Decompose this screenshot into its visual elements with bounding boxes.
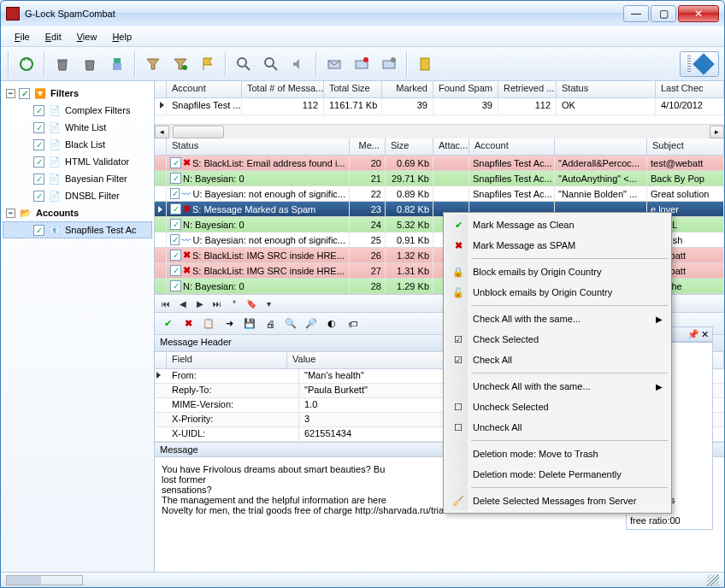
msg-tb-tag[interactable]: 🏷 [343, 315, 362, 333]
msg-tb-forward[interactable]: ➜ [220, 315, 239, 333]
message-row[interactable]: ✓N: Bayesian: 02129.71 KbSnapfiles Test … [155, 171, 724, 186]
col-last[interactable]: Last Chec [656, 81, 724, 97]
filter-checkbox[interactable]: ✓ [33, 122, 44, 133]
msg-tb-clean[interactable]: ✔ [158, 315, 177, 333]
col-msg-attach[interactable]: Attac... [433, 138, 469, 155]
menu-edit[interactable]: Edit [38, 30, 68, 44]
context-menu-item[interactable]: Deletion mode: Delete Permanently [445, 464, 669, 485]
sidebar-filters-header[interactable]: − ✓ 🔽 Filters [3, 85, 152, 102]
minimize-button[interactable]: — [623, 5, 649, 22]
tb-search2[interactable] [259, 52, 283, 76]
collapse-icon[interactable]: − [6, 89, 15, 98]
sidebar-filter-item[interactable]: ✓📄HTML Validator [3, 153, 152, 170]
context-menu-item[interactable]: 🔓Unblock emails by Origin Country [445, 282, 669, 303]
nav-prev[interactable]: ◀ [175, 297, 191, 310]
collapse-icon[interactable]: − [6, 209, 15, 218]
context-menu-item[interactable]: ☑Check All [445, 350, 669, 370]
tb-filter1[interactable] [141, 52, 165, 76]
menu-file[interactable]: File [8, 30, 37, 44]
pin-icon[interactable]: 📌 [687, 329, 699, 340]
col-msg-size[interactable]: Size [386, 138, 433, 155]
context-menu-item[interactable]: ☐Uncheck Selected [445, 397, 669, 417]
context-menu-item[interactable]: ✖Mark Message as SPAM [445, 235, 669, 256]
tb-filter2[interactable] [168, 52, 192, 76]
col-account[interactable]: Account [167, 81, 242, 97]
tb-mail2[interactable] [350, 52, 374, 76]
stats-close-icon[interactable]: ✕ [701, 329, 709, 340]
tb-book[interactable] [413, 52, 437, 76]
filter-checkbox[interactable]: ✓ [33, 156, 44, 168]
hdr-col-field[interactable]: Field [167, 352, 287, 368]
tb-sound[interactable] [286, 52, 310, 76]
menu-view[interactable]: View [70, 30, 104, 44]
col-size[interactable]: Total Size [324, 81, 382, 97]
row-checkbox[interactable]: ✓ [170, 203, 181, 215]
filter-checkbox[interactable]: ✓ [33, 139, 44, 150]
close-button[interactable]: ✕ [678, 5, 719, 22]
col-marked[interactable]: Marked [382, 81, 433, 97]
menu-help[interactable]: Help [105, 30, 139, 44]
message-row[interactable]: ✓✖S: BlackList: Email address found i...… [155, 156, 724, 171]
context-menu-item[interactable]: 🔒Block emails by Origin Country [445, 262, 669, 282]
nav-last[interactable]: ⏭ [209, 297, 225, 310]
msg-tb-save[interactable]: 💾 [240, 315, 259, 333]
tb-brush[interactable] [105, 52, 129, 76]
resize-grip-icon[interactable] [707, 574, 719, 586]
col-spam[interactable]: Found Spam [433, 81, 498, 97]
nav-filter[interactable]: ▾ [261, 297, 276, 310]
context-menu-item[interactable]: 🧹Delete Selected Messages from Server [445, 491, 669, 511]
tb-trash1[interactable] [50, 52, 74, 76]
sidebar-filter-item[interactable]: ✓📄Bayesian Filter [3, 170, 152, 187]
col-retrieved[interactable]: Retrieved ... [498, 81, 557, 97]
sidebar-account-item[interactable]: ✓📧Snapfiles Test Ac [3, 221, 152, 238]
nav-bookmark[interactable]: 🔖 [244, 297, 259, 310]
row-checkbox[interactable]: ✓ [170, 219, 181, 230]
context-menu-item[interactable]: ✔Mark Message as Clean [445, 215, 669, 235]
col-msg-me[interactable]: Me... [350, 138, 386, 155]
sidebar-filter-item[interactable]: ✓📄Complex Filters [3, 102, 152, 119]
filter-checkbox[interactable]: ✓ [33, 173, 44, 185]
accounts-hscroll[interactable]: ◂▸ [155, 124, 724, 138]
col-msg-status[interactable]: Status [167, 138, 350, 155]
context-menu-item[interactable]: ☐Uncheck All [445, 417, 669, 438]
msg-tb-add[interactable]: 📋 [199, 315, 218, 333]
sidebar-filter-item[interactable]: ✓📄Black List [3, 136, 152, 153]
col-msg-account[interactable]: Account [469, 138, 555, 155]
row-checkbox[interactable]: ✓ [170, 188, 180, 199]
msg-tb-view3[interactable]: ◐ [322, 315, 341, 333]
accounts-row[interactable]: Snapfiles Test ... 112 1161.71 Kb 39 39 … [155, 98, 724, 115]
tb-trash2[interactable] [78, 52, 102, 76]
msg-tb-view2[interactable]: 🔎 [302, 315, 321, 333]
filters-checkbox[interactable]: ✓ [19, 88, 30, 99]
account-checkbox[interactable]: ✓ [33, 225, 44, 236]
row-checkbox[interactable]: ✓ [170, 265, 181, 276]
msg-tb-print[interactable]: 🖨 [261, 315, 280, 333]
filter-checkbox[interactable]: ✓ [33, 191, 44, 202]
toolbar-logo-box[interactable] [680, 51, 719, 77]
col-msg-subject[interactable]: Subject [647, 138, 724, 155]
msg-tb-spam[interactable]: ✖ [179, 315, 197, 333]
tb-mail1[interactable] [322, 52, 346, 76]
nav-next[interactable]: ▶ [192, 297, 208, 310]
nav-first[interactable]: ⏮ [158, 297, 174, 310]
row-checkbox[interactable]: ✓ [170, 234, 180, 245]
row-checkbox[interactable]: ✓ [170, 157, 181, 168]
sidebar-accounts-header[interactable]: − 📂 Accounts [3, 204, 152, 221]
col-msg-from[interactable] [555, 138, 647, 155]
row-checkbox[interactable]: ✓ [170, 280, 181, 291]
tb-flag[interactable] [196, 52, 220, 76]
filter-checkbox[interactable]: ✓ [33, 105, 44, 116]
sidebar-filter-item[interactable]: ✓📄White List [3, 119, 152, 136]
col-status[interactable]: Status [557, 81, 656, 97]
context-menu-item[interactable]: Check All with the same...▶ [445, 309, 669, 329]
msg-tb-view1[interactable]: 🔍 [281, 315, 300, 333]
col-total[interactable]: Total # of Messa... [242, 81, 324, 97]
tb-search1[interactable] [232, 52, 256, 76]
context-menu-item[interactable]: Deletion mode: Move to Trash [445, 444, 669, 464]
maximize-button[interactable]: ▢ [651, 5, 676, 22]
context-menu-item[interactable]: Uncheck All with the same...▶ [445, 376, 669, 397]
row-checkbox[interactable]: ✓ [170, 173, 181, 184]
tb-refresh[interactable] [15, 52, 38, 76]
row-checkbox[interactable]: ✓ [170, 250, 181, 261]
context-menu-item[interactable]: ☑Check Selected [445, 329, 669, 350]
